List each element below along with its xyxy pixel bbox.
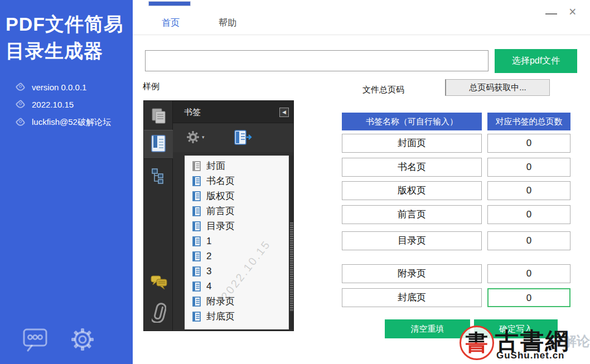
- sidebar: PDF文件简易 目录生成器 version 0.0.0.1 2022.10.15…: [0, 0, 133, 364]
- page-icon: [192, 251, 201, 261]
- bookmark-pages-input[interactable]: 0: [487, 205, 570, 224]
- main-panel: 首页 帮助 × 选择pdf文件 样例 文件总页码 总页码获取中...: [133, 0, 590, 364]
- bookmark-pages-input[interactable]: 0: [487, 181, 570, 200]
- tag-icon: [15, 100, 25, 110]
- meta-author-label: luckfish@52破解论坛: [32, 117, 111, 128]
- page-icon: [192, 161, 201, 171]
- bookmark-pages-input[interactable]: 0: [487, 158, 570, 177]
- bookmark-item[interactable]: 1: [192, 234, 288, 249]
- meta-version-label: version 0.0.0.1: [32, 82, 86, 92]
- bookmark-item[interactable]: 版权页: [192, 188, 288, 203]
- sidebar-meta: version 0.0.0.1 2022.10.15 luckfish@52破解…: [0, 79, 133, 132]
- meta-date-label: 2022.10.15: [32, 100, 74, 109]
- bookmark-item[interactable]: 前言页: [192, 203, 288, 219]
- panel-title: 书签: [184, 107, 201, 118]
- page-icon: [192, 282, 201, 292]
- bookmark-item-label: 3: [206, 266, 211, 277]
- bookmark-name-input[interactable]: 书名页: [342, 158, 482, 177]
- sample-bookmark-panel: 书签 ◀: [143, 100, 294, 331]
- active-tab-indicator: [148, 1, 191, 6]
- pdf-path-input[interactable]: [145, 50, 489, 71]
- bookmark-pages-input[interactable]: 0: [487, 231, 570, 250]
- bookmark-options-button[interactable]: ▾: [186, 130, 205, 144]
- sidebar-bottom-bar: [0, 327, 133, 352]
- meta-version: version 0.0.0.1: [0, 79, 133, 96]
- bookmark-item[interactable]: 目录页: [192, 219, 288, 234]
- bookmark-name-input[interactable]: 封底页: [342, 288, 482, 307]
- meta-author: luckfish@52破解论坛: [0, 113, 133, 132]
- page-icon: [192, 206, 201, 216]
- meta-date: 2022.10.15: [0, 96, 133, 113]
- app-title-line1: PDF文件简易: [6, 11, 126, 38]
- bookmark-item[interactable]: 附录页: [192, 294, 288, 309]
- gear-icon: [186, 130, 200, 144]
- bookmark-pages-input[interactable]: 0: [487, 264, 570, 283]
- export-bookmarks-icon[interactable]: [233, 129, 252, 148]
- tag-icon: [15, 82, 25, 93]
- tab-help[interactable]: 帮助: [219, 17, 236, 29]
- confirm-write-button[interactable]: 确定写入: [474, 319, 558, 338]
- bookmark-name-input[interactable]: 目录页: [342, 231, 482, 250]
- pages-icon[interactable]: [151, 108, 167, 127]
- dropdown-caret-icon: ▾: [202, 134, 205, 140]
- feedback-icon[interactable]: [22, 327, 48, 352]
- close-icon[interactable]: ×: [569, 6, 576, 18]
- page-icon: [192, 297, 201, 307]
- app-title: PDF文件简易 目录生成器: [0, 0, 133, 64]
- bookmark-list: 封面 书名页 版权页 前言页 目录页: [185, 156, 289, 329]
- total-pages-label: 文件总页码: [362, 85, 404, 95]
- minimize-icon[interactable]: [545, 13, 557, 14]
- bookmark-item[interactable]: 书名页: [192, 173, 288, 188]
- total-pages-status: 总页码获取中...: [445, 79, 550, 96]
- bookmark-name-header: 书签名称（可自行输入）: [342, 113, 482, 130]
- page-icon: [192, 221, 201, 231]
- comments-icon[interactable]: [151, 275, 167, 293]
- page-icon: [192, 236, 201, 246]
- bookmark-item-label: 书名页: [206, 174, 235, 187]
- bookmark-item-label: 4: [206, 281, 211, 292]
- clear-button[interactable]: 清空重填: [385, 319, 470, 338]
- tab-home[interactable]: 首页: [162, 17, 180, 29]
- tabbar-divider: [133, 35, 590, 35]
- page-icon: [192, 312, 201, 322]
- bookmark-name-input[interactable]: 版权页: [342, 181, 482, 200]
- panel-scrollbar[interactable]: [289, 156, 294, 329]
- bookmark-item[interactable]: 3: [192, 264, 288, 279]
- sample-label: 样例: [143, 81, 159, 92]
- bookmark-item[interactable]: 封底页: [192, 309, 288, 324]
- app-window: PDF文件简易 目录生成器 version 0.0.0.1 2022.10.15…: [0, 0, 590, 364]
- bookmark-name-input[interactable]: 前言页: [342, 205, 482, 224]
- collapse-panel-icon[interactable]: ◀: [279, 108, 289, 117]
- bookmark-item-label: 目录页: [206, 220, 235, 232]
- bookmarks-icon[interactable]: [151, 134, 167, 156]
- app-title-line2: 目录生成器: [6, 38, 126, 65]
- bookmark-item-label: 版权页: [206, 190, 235, 202]
- tag-icon: [15, 118, 25, 128]
- page-icon: [192, 191, 201, 201]
- bookmark-item[interactable]: 4: [192, 279, 288, 294]
- panel-toolbar: ▾: [173, 123, 293, 152]
- bookmark-pages-input-focused[interactable]: 0: [487, 288, 570, 307]
- bookmark-item-label: 封底页: [206, 310, 235, 323]
- scrollbar-thumb[interactable]: [290, 222, 293, 312]
- panel-rail: [144, 101, 173, 331]
- page-icon: [192, 176, 201, 186]
- settings-icon[interactable]: [70, 327, 95, 352]
- bookmark-pages-header: 对应书签的总页数: [487, 113, 570, 130]
- select-pdf-button[interactable]: 选择pdf文件: [495, 49, 577, 73]
- bookmark-item-label: 2: [206, 251, 211, 262]
- bookmark-item-label: 1: [206, 236, 211, 247]
- bookmark-item[interactable]: 2: [192, 249, 288, 264]
- bookmark-item-label: 封面: [206, 159, 225, 172]
- bookmark-item-label: 附录页: [206, 295, 235, 308]
- bookmark-item-label: 前言页: [206, 205, 235, 217]
- page-icon: [192, 266, 201, 276]
- bookmark-pages-input[interactable]: 0: [487, 134, 570, 153]
- panel-header: 书签 ◀: [173, 101, 293, 123]
- bookmark-item[interactable]: 封面: [192, 158, 288, 173]
- outline-tree-icon[interactable]: [151, 168, 167, 187]
- bookmark-name-input[interactable]: 附录页: [342, 264, 482, 283]
- bookmark-name-input[interactable]: 封面页: [342, 134, 482, 153]
- attachment-icon[interactable]: [152, 303, 166, 325]
